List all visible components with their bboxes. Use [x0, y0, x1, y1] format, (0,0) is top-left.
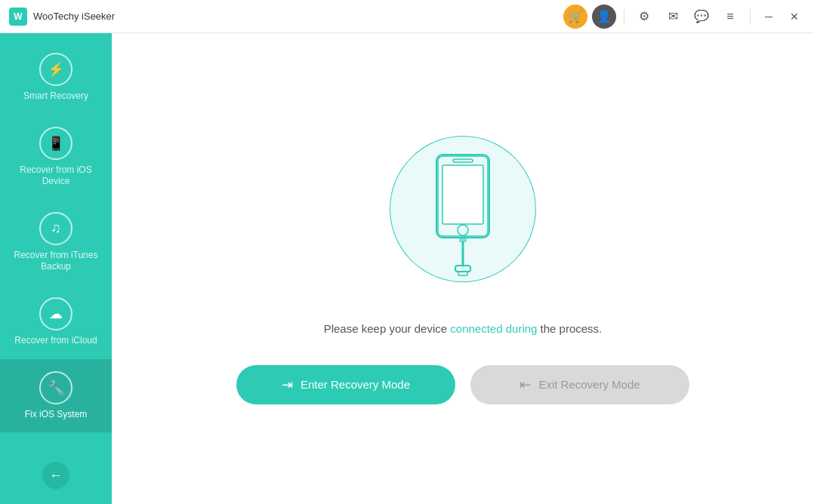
app-logo: W WooTechy iSeeker [9, 8, 115, 26]
lightning-icon: ⚡ [39, 53, 72, 86]
main-layout: ⚡ Smart Recovery 📱 Recover from iOS Devi… [0, 33, 814, 504]
svg-rect-4 [442, 165, 483, 224]
connection-message: Please keep your device connected during… [324, 322, 603, 335]
message-text-part3: the process. [537, 322, 602, 335]
exit-recovery-mode-button[interactable]: ⇤ Exit Recovery Mode [470, 365, 689, 404]
exit-recovery-label: Exit Recovery Mode [538, 378, 640, 391]
back-button[interactable]: ← [42, 462, 69, 489]
divider2 [750, 9, 751, 24]
sidebar-item-label: Recover from iTunes Backup [6, 250, 106, 273]
minimize-button[interactable]: ─ [758, 6, 779, 27]
settings-icon[interactable]: ⚙ [632, 5, 656, 29]
sidebar-item-label: Smart Recovery [23, 91, 88, 103]
close-button[interactable]: ✕ [784, 6, 805, 27]
sidebar-item-smart-recovery[interactable]: ⚡ Smart Recovery [0, 41, 112, 115]
message-highlight-during: during [506, 322, 538, 335]
sidebar-item-icloud[interactable]: ☁ Recover from iCloud [0, 285, 112, 359]
app-title: WooTechy iSeeker [33, 11, 115, 22]
divider [624, 9, 624, 24]
sidebar: ⚡ Smart Recovery 📱 Recover from iOS Devi… [0, 33, 112, 504]
mail-icon[interactable]: ✉ [661, 5, 685, 29]
title-bar-actions: 🛒 👤 ⚙ ✉ 💬 ≡ ─ ✕ [563, 5, 805, 29]
enter-recovery-label: Enter Recovery Mode [301, 378, 410, 391]
sidebar-item-fix-ios[interactable]: 🔧 Fix iOS System [0, 359, 112, 433]
title-bar: W WooTechy iSeeker 🛒 👤 ⚙ ✉ 💬 ≡ ─ ✕ [0, 0, 814, 33]
sidebar-item-label: Recover from iOS Device [6, 164, 106, 188]
cart-icon[interactable]: 🛒 [563, 5, 587, 29]
message-text-part1: Please keep your device [324, 322, 451, 335]
menu-icon[interactable]: ≡ [718, 5, 742, 29]
sidebar-item-itunes-backup[interactable]: ♫ Recover from iTunes Backup [0, 200, 112, 285]
device-illustration [380, 134, 546, 300]
wrench-icon: 🔧 [39, 371, 72, 404]
enter-icon: ⇥ [282, 376, 293, 393]
action-buttons: ⇥ Enter Recovery Mode ⇤ Exit Recovery Mo… [236, 365, 689, 404]
chat-icon[interactable]: 💬 [689, 5, 714, 29]
phone-icon: 📱 [39, 127, 72, 160]
sidebar-item-label: Recover from iCloud [14, 335, 97, 347]
enter-recovery-mode-button[interactable]: ⇥ Enter Recovery Mode [236, 365, 455, 404]
sidebar-item-ios-device[interactable]: 📱 Recover from iOS Device [0, 115, 112, 200]
user-icon[interactable]: 👤 [592, 5, 616, 29]
music-icon: ♫ [39, 212, 72, 245]
sidebar-item-label: Fix iOS System [25, 409, 88, 421]
logo-icon: W [9, 8, 27, 26]
exit-icon: ⇤ [520, 376, 531, 393]
cloud-icon: ☁ [39, 297, 72, 330]
main-content: Please keep your device connected during… [112, 33, 814, 504]
message-highlight-connected: connected [450, 322, 502, 335]
